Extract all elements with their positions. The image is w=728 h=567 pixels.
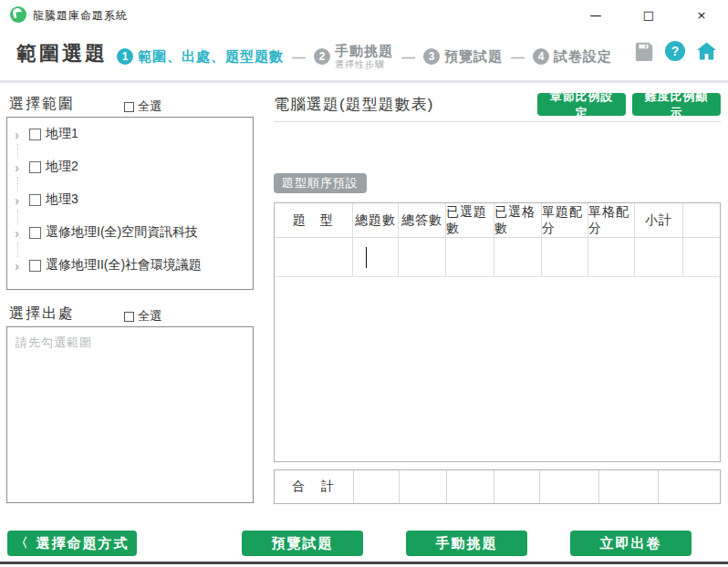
tree-item-label: 地理2 xyxy=(46,159,78,175)
total-cell xyxy=(599,470,659,503)
help-icon[interactable]: ? xyxy=(665,41,685,61)
range-select-all-checkbox[interactable] xyxy=(124,102,134,112)
back-chevron-icon: 〈 xyxy=(16,535,30,552)
tree-item-label: 選修地理II(全)社會環境議題 xyxy=(46,257,202,273)
cell-extra[interactable] xyxy=(683,238,720,276)
home-icon[interactable] xyxy=(696,40,717,61)
back-button-label: 選擇命題方式 xyxy=(36,535,130,552)
source-select-all-label: 全選 xyxy=(138,308,161,325)
header-icons: ? xyxy=(633,40,717,61)
step-3-number: 3 xyxy=(423,48,440,65)
close-button[interactable]: × xyxy=(675,0,728,29)
cell-total-questions[interactable] xyxy=(353,238,399,276)
right-panel-divider xyxy=(274,121,721,122)
col-subtotal: 小計 xyxy=(635,203,683,237)
source-placeholder: 請先勾選範圍 xyxy=(16,335,244,351)
tree-item-geo3[interactable]: › 地理3 xyxy=(7,183,253,216)
total-label: 合 計 xyxy=(275,470,354,503)
app-title: 龍騰題庫命題系統 xyxy=(33,8,128,24)
tree-item-elective1[interactable]: › 選修地理I(全)空間資訊科技 xyxy=(7,216,253,249)
cell-subtotal[interactable] xyxy=(635,238,683,276)
cell-points-per-question[interactable] xyxy=(542,238,588,276)
table-empty-row xyxy=(275,238,720,277)
range-select-all: 全選 xyxy=(124,98,161,115)
computer-select-title: 電腦選題(題型題數表) xyxy=(274,94,433,115)
step-2-manual-pick[interactable]: 2 手動挑題 選擇性步驟 xyxy=(314,44,393,69)
preview-questions-button[interactable]: 預覽試題 xyxy=(242,531,363,556)
chapter-ratio-button[interactable]: 章節比例設定 xyxy=(537,93,626,116)
col-points-per-question: 單題配分 xyxy=(542,203,588,237)
maximize-button[interactable]: □ xyxy=(622,0,675,29)
tree-item-geo2[interactable]: › 地理2 xyxy=(7,150,253,183)
cell-question-type[interactable] xyxy=(275,238,353,276)
col-selected-questions: 已選題數 xyxy=(446,203,494,237)
page-title: 範圍選題 xyxy=(16,40,108,67)
titlebar: 龍騰題庫命題系統 — □ × xyxy=(0,0,728,29)
total-cell xyxy=(494,470,540,503)
save-icon[interactable] xyxy=(633,40,654,61)
question-type-table: 題 型 總題數 總答數 已選題數 已選格數 單題配分 單格配分 小計 xyxy=(274,202,721,462)
table-header-row: 題 型 總題數 總答數 已選題數 已選格數 單題配分 單格配分 小計 xyxy=(275,203,720,238)
tree-item-elective2[interactable]: › 選修地理II(全)社會環境議題 xyxy=(7,249,253,282)
total-cell xyxy=(659,470,720,503)
source-list: 請先勾選範圍 xyxy=(6,326,254,503)
expand-chevron-icon[interactable]: › xyxy=(15,259,27,273)
step-4-paper-settings[interactable]: 4 試卷設定 xyxy=(533,48,612,66)
step-4-label: 試卷設定 xyxy=(554,48,612,66)
window-controls: — □ × xyxy=(569,0,728,29)
expand-chevron-icon[interactable]: › xyxy=(15,128,27,141)
source-section-title: 選擇出處 xyxy=(9,304,75,324)
wizard-steps: 1 範圍、出處、題型題數 — 2 手動挑題 選擇性步驟 — 3 預覽試題 — 4… xyxy=(117,36,612,77)
cell-selected-blanks[interactable] xyxy=(494,238,542,276)
cell-points-per-blank[interactable] xyxy=(588,238,635,276)
step-separator: — xyxy=(401,49,415,65)
type-order-preset-button[interactable]: 題型順序預設 xyxy=(274,173,367,193)
tree-item-checkbox[interactable] xyxy=(29,260,41,272)
difficulty-ratio-button[interactable]: 難度比例顯示 xyxy=(632,93,721,116)
tree-item-geo1[interactable]: › 地理1 xyxy=(7,118,253,150)
tree-item-checkbox[interactable] xyxy=(29,161,41,173)
tree-item-label: 地理3 xyxy=(46,191,78,208)
step-2-number: 2 xyxy=(314,48,330,65)
total-cell xyxy=(540,470,599,503)
back-to-method-button[interactable]: 〈 選擇命題方式 xyxy=(7,531,137,556)
manual-pick-button[interactable]: 手動挑題 xyxy=(406,531,527,556)
header: 範圍選題 1 範圍、出處、題型題數 — 2 手動挑題 選擇性步驟 — 3 預覽試… xyxy=(0,29,728,80)
tree-item-checkbox[interactable] xyxy=(29,227,41,239)
step-4-number: 4 xyxy=(533,48,549,65)
total-row: 合 計 xyxy=(274,469,721,504)
window-bottom-edge xyxy=(0,562,728,564)
range-tree: › 地理1 › 地理2 › 地理3 › 選修地理I(全)空間資訊科技 › 選修地… xyxy=(6,117,254,290)
col-total-questions: 總題數 xyxy=(353,203,399,237)
step-1-range[interactable]: 1 範圍、出處、題型題數 xyxy=(117,48,284,66)
minimize-button[interactable]: — xyxy=(569,0,622,29)
col-selected-blanks: 已選格數 xyxy=(494,203,542,237)
app-window: 龍騰題庫命題系統 — □ × 範圍選題 1 範圍、出處、題型題數 — 2 手動挑… xyxy=(0,0,728,567)
col-points-per-blank: 單格配分 xyxy=(588,203,635,237)
expand-chevron-icon[interactable]: › xyxy=(15,160,27,174)
app-logo-icon xyxy=(10,6,26,23)
step-3-preview[interactable]: 3 預覽試題 xyxy=(423,48,503,66)
expand-chevron-icon[interactable]: › xyxy=(15,226,27,240)
col-question-type: 題 型 xyxy=(275,203,353,237)
cell-total-answers[interactable] xyxy=(399,238,446,276)
total-cell xyxy=(354,470,400,503)
total-cell xyxy=(400,470,447,503)
total-cell xyxy=(447,470,494,503)
tree-item-checkbox[interactable] xyxy=(29,129,41,140)
source-select-all-checkbox[interactable] xyxy=(124,312,134,322)
step-2-sublabel: 選擇性步驟 xyxy=(335,59,393,69)
step-separator: — xyxy=(511,49,525,65)
tree-item-label: 選修地理I(全)空間資訊科技 xyxy=(46,224,198,241)
step-1-number: 1 xyxy=(117,48,133,65)
text-cursor xyxy=(366,247,367,268)
step-separator: — xyxy=(292,49,306,65)
step-2-label: 手動挑題 xyxy=(335,44,393,59)
cell-selected-questions[interactable] xyxy=(446,238,494,276)
col-extra xyxy=(683,203,720,237)
expand-chevron-icon[interactable]: › xyxy=(15,193,27,207)
tree-item-label: 地理1 xyxy=(46,126,78,142)
tree-item-checkbox[interactable] xyxy=(29,194,41,206)
generate-paper-button[interactable]: 立即出卷 xyxy=(570,531,692,556)
source-select-all: 全選 xyxy=(124,308,161,325)
